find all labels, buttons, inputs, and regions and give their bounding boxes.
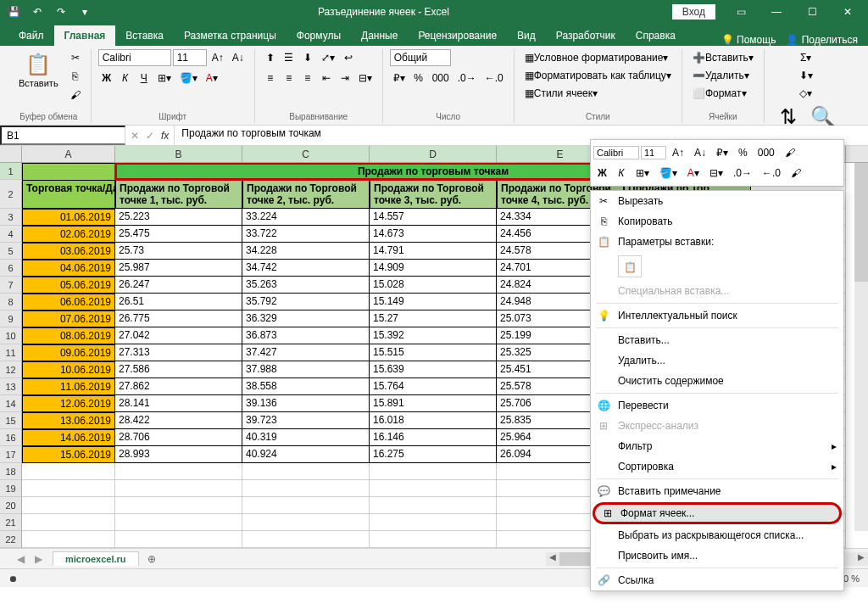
cell-styles-button[interactable]: ▦ Стили ячеек ▾ [521, 85, 675, 102]
cell[interactable]: 27.313 [115, 344, 242, 361]
align-right-icon[interactable]: ≡ [299, 70, 316, 87]
format-cells-button[interactable]: ⬜ Формат ▾ [689, 85, 757, 102]
cell[interactable] [115, 531, 242, 548]
paste-default-icon[interactable]: 📋 [618, 255, 642, 277]
cell[interactable]: 25.73 [115, 243, 242, 260]
wrap-text-icon[interactable]: ↩ [340, 49, 357, 66]
font-color-icon[interactable]: A▾ [203, 70, 221, 87]
login-button[interactable]: Вход [672, 4, 715, 20]
cell[interactable]: 11.06.2019 [22, 378, 115, 395]
fill-color-icon[interactable]: 🪣▾ [176, 70, 201, 87]
clear-icon[interactable]: ◇▾ [771, 85, 841, 102]
cell[interactable] [22, 514, 115, 531]
cell[interactable] [115, 497, 242, 514]
maximize-icon[interactable]: ☐ [795, 0, 829, 24]
cell[interactable] [370, 480, 497, 497]
row-header[interactable]: 15 [0, 412, 22, 429]
ctx-cut[interactable]: ✂Вырезать [591, 191, 843, 211]
mini-fill-color-icon[interactable]: 🪣▾ [655, 165, 682, 182]
row-header[interactable]: 12 [0, 361, 22, 378]
save-icon[interactable]: 💾 [3, 2, 24, 22]
orientation-icon[interactable]: ⤢▾ [318, 49, 338, 66]
cell[interactable]: 37.427 [242, 344, 370, 361]
cell[interactable]: 27.042 [115, 327, 242, 344]
cell[interactable]: 26.51 [115, 294, 242, 310]
row-header[interactable]: 9 [0, 310, 22, 327]
cell[interactable]: 09.06.2019 [22, 344, 115, 361]
cell[interactable]: 13.06.2019 [22, 412, 115, 429]
decrease-indent-icon[interactable]: ⇤ [318, 70, 335, 87]
decrease-decimal-icon[interactable]: ←.0 [481, 70, 507, 87]
merge-icon[interactable]: ⊟▾ [355, 70, 376, 87]
tab-file[interactable]: Файл [8, 25, 54, 46]
cell[interactable]: Продажи по Торговой точке 1, тыс. руб. [115, 180, 242, 209]
row-header[interactable]: 8 [0, 294, 22, 310]
mini-decimal-inc-icon[interactable]: .0→ [729, 165, 756, 182]
paste-button[interactable]: 📋 Вставить [14, 49, 64, 103]
cell[interactable]: 40.924 [242, 446, 370, 463]
cell[interactable]: 15.06.2019 [22, 446, 115, 463]
cell[interactable]: 15.764 [370, 378, 497, 395]
cell[interactable]: 10.06.2019 [22, 361, 115, 378]
cell[interactable]: 27.862 [115, 378, 242, 395]
cell[interactable]: 26.247 [115, 277, 242, 294]
row-header[interactable]: 14 [0, 395, 22, 412]
sheet-nav-next-icon[interactable]: ▶ [35, 553, 42, 565]
ctx-format-cells[interactable]: ⊞Формат ячеек... [593, 502, 842, 524]
select-all-corner[interactable] [0, 146, 22, 162]
tab-home[interactable]: Главная [54, 25, 116, 46]
ctx-smart-lookup[interactable]: 💡Интеллектуальный поиск [591, 305, 843, 326]
insert-cells-button[interactable]: ➕ Вставить ▾ [689, 49, 757, 66]
mini-decrease-font-icon[interactable]: A↓ [690, 144, 710, 161]
conditional-formatting-button[interactable]: ▦ Условное форматирование ▾ [521, 49, 675, 66]
row-header[interactable]: 4 [0, 226, 22, 243]
cell[interactable]: 16.146 [370, 429, 497, 446]
mini-merge-icon[interactable]: ⊟▾ [705, 165, 727, 182]
font-name-select[interactable] [98, 49, 171, 66]
cell[interactable]: 15.149 [370, 294, 497, 310]
cell[interactable]: 08.06.2019 [22, 327, 115, 344]
cell[interactable]: 14.06.2019 [22, 429, 115, 446]
cell[interactable]: 14.909 [370, 260, 497, 277]
cell[interactable]: 25.475 [115, 226, 242, 243]
cell[interactable]: 33.224 [242, 209, 370, 226]
cell[interactable]: 26.775 [115, 310, 242, 327]
cell[interactable]: Продажи по Торговой точке 3, тыс. руб. [370, 180, 497, 209]
cell[interactable] [370, 514, 497, 531]
mini-italic-button[interactable]: К [613, 165, 630, 182]
cell[interactable]: 12.06.2019 [22, 395, 115, 412]
cell[interactable]: 27.586 [115, 361, 242, 378]
col-header-B[interactable]: B [115, 146, 242, 162]
cell[interactable]: 36.873 [242, 327, 370, 344]
mini-font-size[interactable] [641, 146, 666, 159]
cell[interactable] [370, 531, 497, 548]
cell[interactable] [22, 163, 115, 180]
ctx-sort[interactable]: Сортировка▸ [591, 456, 843, 477]
ctx-filter[interactable]: Фильтр▸ [591, 436, 843, 456]
close-icon[interactable]: ✕ [831, 0, 865, 24]
tab-data[interactable]: Данные [351, 25, 408, 46]
cell[interactable]: 14.557 [370, 209, 497, 226]
cell[interactable]: 04.06.2019 [22, 260, 115, 277]
cell[interactable]: 28.422 [115, 412, 242, 429]
cell[interactable]: Торговая точка/Дата [22, 180, 115, 209]
cell[interactable]: 35.792 [242, 294, 370, 310]
row-header[interactable]: 7 [0, 277, 22, 294]
cell[interactable]: 39.136 [242, 395, 370, 412]
row-header[interactable]: 21 [0, 514, 22, 531]
row-header[interactable]: 1 [0, 163, 22, 180]
cell[interactable] [22, 480, 115, 497]
mini-border-icon[interactable]: ⊞▾ [632, 165, 654, 182]
name-box[interactable] [0, 126, 125, 145]
bold-button[interactable]: Ж [98, 70, 115, 87]
copy-icon[interactable]: ⎘ [67, 68, 84, 85]
delete-cells-button[interactable]: ➖ Удалить ▾ [689, 67, 757, 84]
mini-format-painter-icon[interactable]: 🖌 [781, 144, 799, 161]
row-header[interactable]: 16 [0, 429, 22, 446]
col-header-A[interactable]: A [22, 146, 115, 162]
mini-font-name[interactable] [593, 146, 639, 159]
new-sheet-button[interactable]: ⊕ [142, 550, 161, 568]
cell[interactable] [22, 497, 115, 514]
align-center-icon[interactable]: ≡ [281, 70, 298, 87]
mini-bold-button[interactable]: Ж [593, 165, 611, 182]
